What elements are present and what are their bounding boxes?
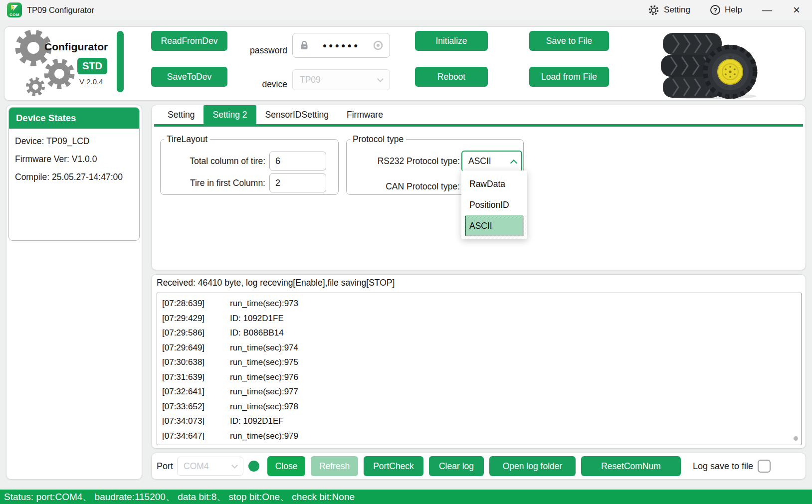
port-bar: Port COM4 Close Refresh PortCheck Clear … <box>151 453 806 480</box>
port-label: Port <box>157 461 173 472</box>
tire-first-column-label: Tire in first Column: <box>168 178 265 188</box>
dropdown-option-rawdata[interactable]: RawData <box>461 173 527 194</box>
chevron-down-icon <box>377 76 384 82</box>
password-input[interactable]: ●●●●●● <box>292 33 390 58</box>
device-states-panel: Device States Device: TP09_LCD Firmware … <box>6 105 142 480</box>
eye-toggle-icon[interactable] <box>373 40 384 51</box>
dropdown-option-ascii[interactable]: ASCII <box>465 215 524 236</box>
app-icon: COM <box>7 2 22 17</box>
tab-sensoridsetting[interactable]: SensorIDSetting <box>256 105 338 124</box>
chevron-down-icon <box>231 462 238 469</box>
log-line: [07:30:638]run_time(sec):975 <box>162 355 801 370</box>
lock-icon <box>299 40 310 51</box>
device-states-box: Device States Device: TP09_LCD Firmware … <box>8 107 140 241</box>
log-save-to-file-label: Log save to file <box>693 461 753 472</box>
tire-layout-group: TireLayout Total column of tire: 6 Tire … <box>160 134 339 195</box>
password-value: ●●●●●● <box>310 41 373 49</box>
protocol-type-legend: Protocol type <box>350 134 406 145</box>
total-column-input[interactable]: 6 <box>269 152 326 170</box>
log-line: [07:34:647]run_time(sec):979 <box>162 429 801 444</box>
log-save-checkbox[interactable] <box>758 460 771 473</box>
log-line: [07:32:641]run_time(sec):977 <box>162 384 801 399</box>
device-value: TP09 <box>300 75 378 85</box>
setting-menu[interactable]: Setting <box>648 4 690 16</box>
firmware-version-line: Firmware Ver: V1.0.0 <box>15 154 139 165</box>
port-value: COM4 <box>184 461 232 472</box>
tab-row: SettingSetting 2SensorIDSettingFirmware <box>152 105 806 124</box>
window-title: TP09 Configurator <box>27 0 94 20</box>
close-window-button[interactable]: × <box>793 5 800 15</box>
log-line: [07:29:649]run_time(sec):974 <box>162 340 801 355</box>
app-icon-label: COM <box>7 12 22 17</box>
log-line: [07:29:586]ID: B086BB14 <box>162 326 801 340</box>
reset-com-num-button[interactable]: ResetComNum <box>581 456 681 476</box>
tab-setting[interactable]: Setting <box>159 105 203 124</box>
rs232-protocol-dropdown: RawDataPositionIDASCII <box>461 170 527 239</box>
dropdown-option-positionid[interactable]: PositionID <box>461 194 527 215</box>
help-label: Help <box>725 5 742 15</box>
reboot-button[interactable]: Reboot <box>415 67 488 87</box>
rs232-protocol-select[interactable]: ASCII <box>461 151 522 172</box>
can-protocol-label: CAN Protocol type: <box>354 181 460 192</box>
connection-status-dot <box>248 461 259 472</box>
received-status-text: Received: 46410 byte, log receving[Enabl… <box>157 278 395 288</box>
logo-title: Configurator <box>44 41 108 53</box>
rs232-protocol-label: RS232 Protocol type: <box>354 156 460 167</box>
toolbar-panel: Configurator STD V 2.0.4 ReadFromDev Sav… <box>4 26 806 101</box>
setting-label: Setting <box>664 5 690 15</box>
tab-setting-2[interactable]: Setting 2 <box>203 105 256 124</box>
minimize-button[interactable]: — <box>762 4 772 16</box>
log-line: [07:34:073]ID: 1092D1EF <box>162 414 801 429</box>
tire-layout-legend: TireLayout <box>164 134 210 145</box>
save-to-file-button[interactable]: Save to File <box>529 31 609 51</box>
divider-bar <box>117 31 124 92</box>
compile-line: Compile: 25.05.27-14:47:00 <box>15 172 139 182</box>
device-states-header: Device States <box>9 108 139 129</box>
chevron-up-icon <box>510 159 517 166</box>
password-label: password <box>232 45 287 56</box>
help-menu[interactable]: ? Help <box>710 5 742 15</box>
log-output-box[interactable]: [07:28:639]run_time(sec):973[07:29:429]I… <box>157 293 802 445</box>
scrollbar-thumb[interactable] <box>794 436 798 441</box>
device-label: device <box>232 79 287 90</box>
refresh-button[interactable]: Refresh <box>311 456 358 476</box>
std-badge: STD <box>77 58 107 74</box>
gear-icon <box>648 4 659 16</box>
help-icon: ? <box>710 5 720 15</box>
open-log-folder-button[interactable]: Open log folder <box>489 456 576 476</box>
titlebar: COM TP09 Configurator Setting ? Help — × <box>0 0 812 20</box>
status-bar: Status: port:COM4、 baudrate:115200、 data… <box>0 490 812 504</box>
port-check-button[interactable]: PortCheck <box>364 456 423 476</box>
close-port-button[interactable]: Close <box>267 456 305 476</box>
version-label: V 2.0.4 <box>79 77 103 86</box>
tab-underline <box>154 124 803 127</box>
log-line: [07:28:639]run_time(sec):973 <box>162 296 801 311</box>
tire-first-column-input[interactable]: 2 <box>269 173 326 192</box>
status-text: Status: port:COM4、 baudrate:115200、 data… <box>4 491 355 504</box>
save-to-dev-button[interactable]: SaveToDev <box>151 67 227 87</box>
log-line: [07:33:652]run_time(sec):978 <box>162 399 801 414</box>
log-line: [07:31:639]run_time(sec):976 <box>162 370 801 385</box>
tires-image <box>653 28 760 100</box>
log-panel: Received: 46410 byte, log receving[Enabl… <box>151 274 806 449</box>
initialize-button[interactable]: Initialize <box>415 31 488 51</box>
total-column-label: Total column of tire: <box>168 156 265 167</box>
device-select[interactable]: TP09 <box>292 69 390 90</box>
clear-log-button[interactable]: Clear log <box>429 456 484 476</box>
load-from-file-button[interactable]: Load from File <box>529 67 609 87</box>
log-line: [07:29:429]ID: 1092D1FE <box>162 311 801 326</box>
device-name-line: Device: TP09_LCD <box>15 136 139 147</box>
rs232-protocol-value: ASCII <box>468 156 511 167</box>
tab-firmware[interactable]: Firmware <box>338 105 392 124</box>
read-from-dev-button[interactable]: ReadFromDev <box>151 31 227 51</box>
port-select[interactable]: COM4 <box>177 457 243 476</box>
